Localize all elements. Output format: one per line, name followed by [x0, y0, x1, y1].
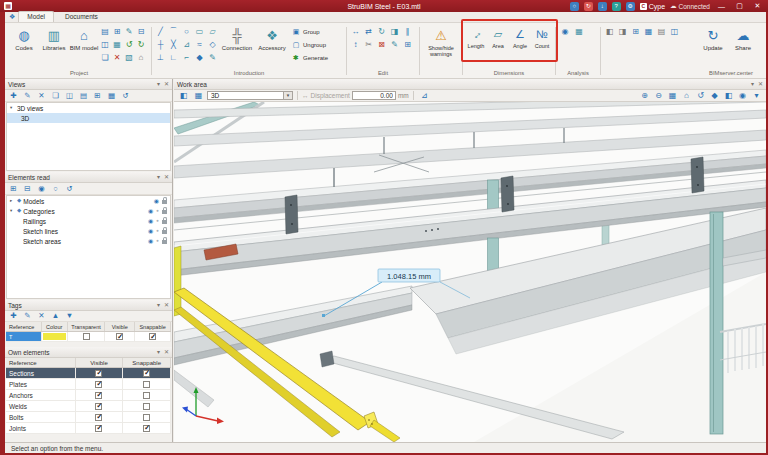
tag-row[interactable]: T — [6, 332, 171, 342]
job-data-icon[interactable]: ▤ — [99, 25, 111, 38]
delete-view-icon[interactable]: ✕ — [35, 90, 48, 101]
libraries-button[interactable]: ▥ Libraries — [39, 25, 69, 52]
refresh-views-icon[interactable]: ↺ — [119, 90, 132, 101]
transparent-checkbox[interactable] — [83, 333, 90, 340]
generate-button[interactable]: ✱ Generate — [289, 51, 341, 64]
iso-view-icon[interactable]: ◆ — [708, 90, 721, 101]
downloads-icon[interactable]: ↓ — [598, 2, 607, 11]
panel-close-icon[interactable]: ✕ — [164, 349, 169, 355]
view-config-icon[interactable]: ◧ — [177, 90, 190, 101]
expander-icon[interactable]: ▾ — [10, 209, 15, 214]
polygon-icon[interactable]: ▱ — [206, 25, 219, 38]
connection-status[interactable]: ☁ Connected — [670, 2, 710, 10]
view-selector[interactable]: 3D ▼ — [207, 91, 293, 100]
offset-icon[interactable]: ⌐ — [180, 51, 193, 64]
codes-button[interactable]: ◍ Codes — [9, 25, 39, 52]
delete-icon[interactable]: ⊠ — [375, 38, 388, 51]
table-row-sections[interactable]: Sections — [6, 368, 171, 379]
visible-checkbox[interactable] — [116, 333, 123, 340]
array-icon[interactable]: ∥ — [401, 25, 414, 38]
hide-all-icon[interactable]: ○ — [49, 183, 62, 194]
visible-checkbox[interactable] — [95, 414, 102, 421]
add-element-icon[interactable]: ⊞ — [111, 25, 123, 38]
table-row-anchors[interactable]: Anchors — [6, 390, 171, 401]
panel-collapse-icon[interactable]: ▾ — [751, 81, 754, 87]
home-view-icon[interactable]: ⌂ — [680, 90, 693, 101]
solid-icon[interactable]: ◆ — [193, 51, 206, 64]
snappable-checkbox[interactable] — [143, 414, 150, 421]
expander-icon[interactable]: ▸ — [10, 199, 15, 204]
snappable-checkbox[interactable] — [143, 403, 150, 410]
views-group-row[interactable]: ▾ 3D views — [7, 103, 170, 113]
edit-element-icon[interactable]: ✎ — [123, 25, 135, 38]
tag-visible-cell[interactable] — [105, 332, 135, 341]
delete-job-icon[interactable]: ✕ — [111, 51, 123, 64]
show-all-icon[interactable]: ◉ — [35, 183, 48, 194]
edit-view-icon[interactable]: ✎ — [21, 90, 34, 101]
copy-job-icon[interactable]: ❏ — [99, 51, 111, 64]
length-button[interactable]: ↔ Length — [465, 25, 487, 61]
visibility-eye-icon[interactable]: ◉ — [148, 218, 153, 224]
tag-snappable-cell[interactable] — [135, 332, 171, 341]
lock-icon[interactable] — [162, 240, 167, 244]
window-list-icon[interactable]: ▤ — [655, 25, 668, 38]
intersection-icon[interactable]: ┼ — [154, 38, 167, 51]
window-left-icon[interactable]: ◧ — [603, 25, 616, 38]
copy-icon[interactable]: ⇄ — [362, 25, 375, 38]
chevron-down-icon[interactable]: ▼ — [283, 92, 292, 99]
zoom-window-icon[interactable]: ▦ — [666, 90, 679, 101]
table-row-plates[interactable]: Plates — [6, 379, 171, 390]
analysis-results-icon[interactable]: ◉ — [558, 25, 572, 39]
viewport-3d[interactable]: 1.048.15 mm — [174, 102, 766, 442]
snappable-checkbox[interactable] — [149, 333, 156, 340]
table-row-joints[interactable]: Joints — [6, 423, 171, 434]
stretch-icon[interactable]: ↕ — [349, 38, 362, 51]
triangle-icon[interactable]: ⊿ — [180, 38, 193, 51]
settings-icon[interactable]: ⚙ — [626, 2, 635, 11]
window-tile-icon[interactable]: ▦ — [642, 25, 655, 38]
grid-views-icon[interactable]: ▦ — [105, 90, 118, 101]
tag-reference-cell[interactable]: T — [6, 332, 42, 341]
visible-checkbox[interactable] — [95, 381, 102, 388]
tag-transparent-cell[interactable] — [68, 332, 106, 341]
updates-icon[interactable]: ↻ — [584, 2, 593, 11]
visible-checkbox[interactable] — [95, 392, 102, 399]
ungroup-button[interactable]: ▢ Ungroup — [289, 38, 341, 51]
tree-item-sketch-lines[interactable]: Sketch lines ◉ ● — [7, 226, 170, 236]
new-3d-view-icon[interactable]: ⊞ — [91, 90, 104, 101]
window-right-icon[interactable]: ◨ — [616, 25, 629, 38]
spline-icon[interactable]: ≈ — [193, 38, 206, 51]
redo-icon[interactable]: ↻ — [135, 38, 147, 51]
zoom-in-icon[interactable]: ⊕ — [638, 90, 651, 101]
snap-ball-icon[interactable]: ● — [156, 239, 159, 244]
orbit-icon[interactable]: ↺ — [694, 90, 707, 101]
split-view-icon[interactable]: ◫ — [63, 90, 76, 101]
snap-ball-icon[interactable]: ● — [156, 229, 159, 234]
maximize-button[interactable]: ▢ — [733, 2, 746, 10]
perpendicular-icon[interactable]: ⊥ — [154, 51, 167, 64]
refresh-elements-icon[interactable]: ↺ — [63, 183, 76, 194]
undo-icon[interactable]: ↺ — [123, 38, 135, 51]
extend-icon[interactable]: ⊞ — [401, 38, 414, 51]
lock-icon[interactable] — [162, 210, 167, 214]
show-hide-warnings-button[interactable]: ⚠ Show/hide warnings — [422, 25, 460, 58]
tree-item-categories[interactable]: ▾ ◆ Categories ◉ ● — [7, 206, 170, 216]
visible-checkbox[interactable] — [95, 370, 102, 377]
minimize-button[interactable]: — — [715, 3, 728, 10]
panel-close-icon[interactable]: ✕ — [758, 81, 763, 87]
rotate-icon[interactable]: ↻ — [375, 25, 388, 38]
sketch-icon[interactable]: ✎ — [206, 51, 219, 64]
displacement-input[interactable] — [352, 91, 396, 100]
add-tag-icon[interactable]: ✚ — [7, 311, 20, 322]
viewport-3d-scene[interactable]: 1.048.15 mm — [174, 102, 766, 442]
panel-collapse-icon[interactable]: ▾ — [157, 174, 160, 180]
list-views-icon[interactable]: ▤ — [77, 90, 90, 101]
layers-icon[interactable]: ◫ — [99, 38, 111, 51]
snappable-checkbox[interactable] — [143, 381, 150, 388]
cype-logo[interactable]: C Cype — [640, 3, 665, 10]
search-icon[interactable]: ○ — [570, 2, 579, 11]
panel-collapse-icon[interactable]: ▾ — [157, 302, 160, 308]
group-button[interactable]: ▣ Group — [289, 25, 341, 38]
snap-ball-icon[interactable]: ● — [156, 219, 159, 224]
connection-button[interactable]: ╬ Connection — [219, 25, 255, 52]
